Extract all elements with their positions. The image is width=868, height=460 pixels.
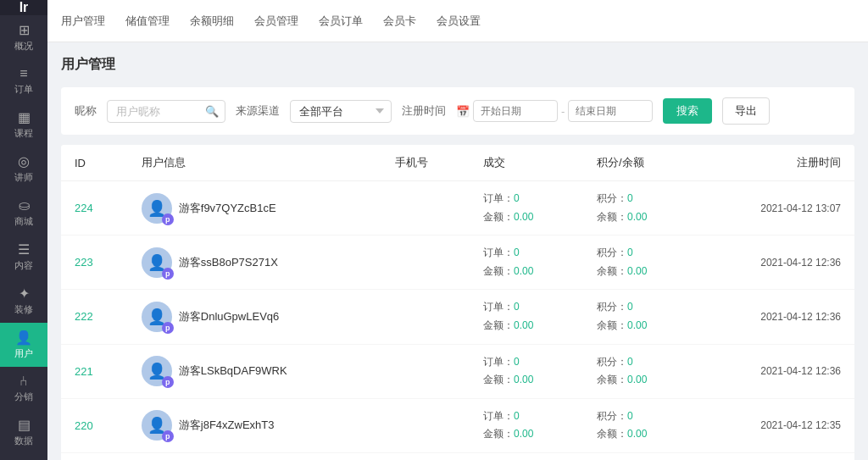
cell-regtime: 2021-04-12 12:35: [697, 452, 854, 460]
cell-regtime: 2021-04-12 12:36: [697, 344, 854, 398]
nav-user-management[interactable]: 用户管理: [61, 10, 105, 32]
cell-phone: [381, 344, 470, 398]
regtime-label: 注册时间: [402, 103, 446, 119]
cell-phone: [381, 398, 470, 452]
search-button[interactable]: 搜索: [663, 98, 712, 124]
course-icon: ▦: [18, 109, 31, 125]
nav-member-order[interactable]: 会员订单: [319, 10, 363, 32]
sidebar-item-label: 分销: [14, 391, 33, 403]
search-icon: 🔍: [205, 105, 219, 118]
nav-member-management[interactable]: 会员管理: [254, 10, 298, 32]
sidebar-item-label: 用户: [14, 347, 33, 360]
nav-member-settings[interactable]: 会员设置: [437, 10, 481, 32]
nav-balance-detail[interactable]: 余额明细: [190, 10, 234, 32]
cell-points-balance: 积分：0余额：0.00: [583, 181, 697, 236]
sidebar-item-store[interactable]: ⛀ 商城: [0, 191, 47, 235]
order-icon: ≡: [19, 66, 27, 81]
date-range: 📅 -: [456, 100, 653, 122]
cell-deals: 订单：0金额：0.00: [470, 181, 583, 236]
cell-deals: 订单：0金额：0.00: [470, 236, 583, 290]
overview-icon: ⊞: [19, 22, 30, 38]
cell-phone: [381, 236, 470, 290]
filter-bar: 昵称 🔍 来源渠道 全部平台 微信 支付宝 H5 注册时间 📅 - 搜索 导出: [61, 87, 854, 135]
table-header-row: ID 用户信息 手机号 成交 积分/余额 注册时间: [61, 145, 854, 181]
col-id: ID: [61, 145, 128, 181]
content-area: 用户管理 昵称 🔍 来源渠道 全部平台 微信 支付宝 H5 注册时间 📅 -: [47, 42, 868, 460]
cell-phone: [381, 181, 470, 236]
cell-id[interactable]: 222: [61, 290, 128, 344]
cell-id[interactable]: 224: [61, 181, 128, 236]
cell-points-balance: 积分：0余额：0.00: [583, 344, 697, 398]
cell-phone: [381, 452, 470, 460]
table-row: 222👤p游客DnluGpwLEVq6订单：0金额：0.00积分：0余额：0.0…: [61, 290, 854, 344]
user-name: 游客j8F4xZwExhT3: [179, 418, 275, 433]
cell-deals: 订单：0金额：0.00: [470, 452, 583, 460]
start-date-input[interactable]: [473, 100, 558, 122]
sidebar-item-label: 数据: [14, 435, 33, 447]
nickname-label: 昵称: [75, 103, 97, 119]
cell-points-balance: 积分：0余额：0.00: [583, 398, 697, 452]
end-date-input[interactable]: [568, 100, 653, 122]
sidebar-item-label: 课程: [14, 127, 33, 140]
cell-id[interactable]: 221: [61, 344, 128, 398]
sidebar-item-user[interactable]: 👤 用户: [0, 323, 47, 367]
cell-userinfo: 👤p游客LSkBqDAF9WRK: [128, 344, 381, 398]
sidebar-item-label: 讲师: [14, 171, 33, 184]
sidebar: Ir ⊞ 概况 ≡ 订单 ▦ 课程 ◎ 讲师 ⛀ 商城 ☰ 内容 ✦ 装修 👤 …: [0, 0, 47, 460]
cell-points-balance: 积分：0余额：0.00: [583, 290, 697, 344]
sidebar-item-teacher[interactable]: ◎ 讲师: [0, 147, 47, 191]
source-label: 来源渠道: [236, 103, 280, 119]
decoration-icon: ✦: [19, 285, 30, 302]
table-row: 221👤p游客LSkBqDAF9WRK订单：0金额：0.00积分：0余额：0.0…: [61, 344, 854, 398]
sidebar-item-order[interactable]: ≡ 订单: [0, 59, 47, 103]
cell-userinfo: 👤p游客ssB8oP7S271X: [128, 236, 381, 290]
table-row: 220👤p游客j8F4xZwExhT3订单：0金额：0.00积分：0余额：0.0…: [61, 398, 854, 452]
top-nav: 用户管理 储值管理 余额明细 会员管理 会员订单 会员卡 会员设置: [47, 0, 868, 42]
nav-member-card[interactable]: 会员卡: [383, 10, 416, 32]
cell-deals: 订单：0金额：0.00: [470, 398, 583, 452]
sidebar-item-distribution[interactable]: ⑃ 分销: [0, 367, 47, 410]
cell-points-balance: 积分：0余额：0.00: [583, 236, 697, 290]
teacher-icon: ◎: [18, 153, 30, 169]
sidebar-item-app[interactable]: ⬡ 应用: [0, 454, 47, 460]
data-icon: ▤: [18, 417, 31, 433]
cell-deals: 订单：0金额：0.00: [470, 290, 583, 344]
sidebar-item-decoration[interactable]: ✦ 装修: [0, 279, 47, 323]
col-deals: 成交: [470, 145, 583, 181]
sidebar-logo: Ir: [0, 0, 47, 15]
sidebar-item-label: 概况: [14, 40, 33, 53]
sidebar-item-label: 装修: [14, 303, 33, 316]
sidebar-item-content[interactable]: ☰ 内容: [0, 235, 47, 279]
nickname-input-wrap: 🔍: [107, 100, 225, 123]
sidebar-item-label: 内容: [14, 259, 33, 272]
cell-regtime: 2021-04-12 12:36: [697, 290, 854, 344]
user-table: ID 用户信息 手机号 成交 积分/余额 注册时间 224👤p游客f9v7QYZ…: [61, 145, 854, 460]
date-separator: -: [561, 105, 565, 118]
content-icon: ☰: [18, 241, 30, 258]
user-name: 游客ssB8oP7S271X: [179, 255, 278, 270]
main-area: 用户管理 储值管理 余额明细 会员管理 会员订单 会员卡 会员设置 用户管理 昵…: [47, 0, 868, 460]
page-title: 用户管理: [61, 56, 854, 74]
cell-id[interactable]: 219: [61, 452, 128, 460]
cell-userinfo: 👤p游客j8F4xZwExhT3: [128, 398, 381, 452]
cell-id[interactable]: 223: [61, 236, 128, 290]
sidebar-item-data[interactable]: ▤ 数据: [0, 410, 47, 454]
cell-regtime: 2021-04-12 12:35: [697, 398, 854, 452]
table-row: 224👤p游客f9v7QYZcB1cE订单：0金额：0.00积分：0余额：0.0…: [61, 181, 854, 236]
user-name: 游客f9v7QYZcB1cE: [179, 201, 276, 216]
user-name: 游客DnluGpwLEVq6: [179, 309, 280, 324]
calendar-icon: 📅: [456, 105, 470, 118]
sidebar-item-overview[interactable]: ⊞ 概况: [0, 15, 47, 59]
col-userinfo: 用户信息: [128, 145, 381, 181]
user-name: 游客LSkBqDAF9WRK: [179, 363, 287, 379]
nav-stored-value[interactable]: 储值管理: [125, 10, 170, 32]
cell-id[interactable]: 220: [61, 398, 128, 452]
cell-regtime: 2021-04-12 12:36: [697, 236, 854, 290]
cell-regtime: 2021-04-12 13:07: [697, 181, 854, 236]
source-select[interactable]: 全部平台 微信 支付宝 H5: [290, 100, 392, 123]
export-button[interactable]: 导出: [722, 97, 770, 125]
cell-points-balance: 积分：0余额：0.00: [583, 452, 697, 460]
cell-userinfo: 👤p游客4j4dvdDlgmyH: [128, 452, 381, 460]
sidebar-item-course[interactable]: ▦ 课程: [0, 103, 47, 147]
cell-userinfo: 👤p游客f9v7QYZcB1cE: [128, 181, 381, 236]
